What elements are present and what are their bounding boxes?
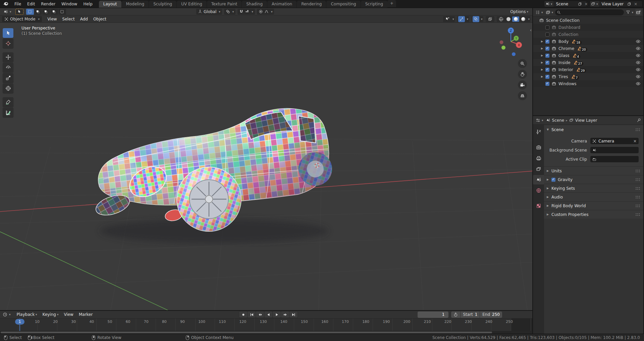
collection-checkbox[interactable] <box>545 82 549 86</box>
timeline-scrollbar[interactable] <box>0 331 532 334</box>
prev-keyframe-button[interactable] <box>256 311 264 318</box>
menubar-item[interactable]: Window <box>58 0 80 8</box>
cursor-tool[interactable] <box>3 39 13 48</box>
breadcrumb-scene[interactable]: Scene <box>552 118 565 123</box>
outliner-row[interactable]: ▶ Chrome 20 <box>533 45 643 52</box>
record-button[interactable] <box>239 311 247 318</box>
timeline-menu-item[interactable]: Marker▾ <box>76 312 95 317</box>
camera-view-button[interactable] <box>518 80 527 90</box>
collection-checkbox[interactable] <box>545 47 549 51</box>
collection-checkbox[interactable] <box>545 54 549 58</box>
gizmos-toggle[interactable]: ▾ <box>457 16 469 22</box>
next-keyframe-button[interactable] <box>281 311 289 318</box>
gizmo-negz-ball[interactable] <box>512 52 516 56</box>
hide-in-viewport-toggle[interactable] <box>636 60 641 65</box>
snapping-toggle[interactable]: ▾ <box>237 9 255 15</box>
hide-in-viewport-toggle[interactable] <box>636 67 641 72</box>
expand-arrow-icon[interactable]: ▶ <box>541 68 545 71</box>
properties-section-header[interactable]: ▶ Rigid Body World <box>544 201 643 210</box>
timeline-menu-item[interactable]: Keying▾ <box>40 312 61 317</box>
scene-name[interactable]: Scene <box>553 2 577 6</box>
viewport-canvas[interactable]: User Perspective (1) Scene Collection Y <box>0 23 532 310</box>
workspace-tab[interactable]: UV Editing <box>177 1 207 8</box>
tab-output[interactable] <box>533 154 544 163</box>
properties-section-header[interactable]: ▶ Custom Properties <box>544 210 643 219</box>
collection-name[interactable]: Scene Collection <box>546 18 580 23</box>
collection-checkbox[interactable] <box>545 33 549 37</box>
move-tool[interactable] <box>3 52 13 62</box>
workspace-tab[interactable]: Layout <box>99 1 121 8</box>
measure-tool[interactable] <box>3 108 13 117</box>
transform-orientation-select[interactable]: Global▾ <box>196 9 222 15</box>
outliner-row[interactable]: ▶ Body 18 <box>533 38 643 45</box>
workspace-tab[interactable]: Scripting <box>361 1 387 8</box>
view-layer-browse-button[interactable]: ▾ <box>590 1 599 7</box>
tab-tool[interactable] <box>533 127 544 137</box>
collection-name[interactable]: Tires <box>558 74 568 79</box>
blender-logo-icon[interactable] <box>0 0 11 8</box>
tab-texture[interactable] <box>533 201 544 211</box>
hide-in-viewport-toggle[interactable] <box>636 46 641 51</box>
timeline-scrollbar-thumb[interactable] <box>1 332 492 333</box>
timeline-ruler[interactable]: 1020304050607080901001101201301401501601… <box>0 319 532 331</box>
menubar-item[interactable]: Render <box>38 0 58 8</box>
scene-browse-button[interactable]: ▾ <box>544 1 553 7</box>
shading-rendered-button[interactable] <box>520 16 527 22</box>
outliner-row[interactable]: ▶ Windows <box>533 80 643 87</box>
select-mode-intersect-button[interactable] <box>58 9 66 15</box>
scale-tool[interactable] <box>3 73 13 83</box>
play-reverse-button[interactable] <box>264 311 272 318</box>
collection-name[interactable]: Interior <box>558 67 573 72</box>
collection-name[interactable]: Windows <box>558 81 577 86</box>
outliner-row[interactable]: ▶ Collection <box>533 31 643 38</box>
collection-name[interactable]: Collection <box>558 32 578 37</box>
xray-toggle[interactable] <box>486 16 494 22</box>
end-frame-field[interactable]: End250 <box>480 311 502 318</box>
outliner-row[interactable]: ▶ Tires 7 <box>533 73 643 80</box>
workspace-tab[interactable]: Rendering <box>297 1 326 8</box>
outliner-filter-button[interactable]: ▾ <box>625 10 634 14</box>
collection-name[interactable]: Dashboard <box>558 25 580 30</box>
viewport-menu-item[interactable]: Add <box>77 17 91 21</box>
clear-camera-icon[interactable]: × <box>633 139 637 144</box>
new-collection-button[interactable] <box>635 9 642 15</box>
outliner-row[interactable]: ▶ Scene Collection <box>533 17 643 24</box>
properties-section-header[interactable]: ▶ Audio <box>544 192 643 201</box>
playhead-frame-badge[interactable]: 1 <box>15 319 24 325</box>
outliner-editor-type-button[interactable]: ▾ <box>545 10 554 15</box>
drag-grip-icon[interactable] <box>635 213 641 216</box>
timeline-editor-type-button[interactable]: ▾ <box>3 312 11 317</box>
pan-button[interactable] <box>518 70 527 79</box>
timeline-menu-item[interactable]: View▾ <box>61 312 76 317</box>
jump-to-start-button[interactable] <box>248 311 256 318</box>
active-tool-preview[interactable] <box>15 9 23 15</box>
scene-panel-header[interactable]: ▼ Scene <box>544 125 643 134</box>
outliner-row[interactable]: ▶ Interior 29 <box>533 66 643 73</box>
workspace-tab[interactable]: Shading <box>242 1 267 8</box>
drag-grip-icon[interactable] <box>635 204 641 208</box>
select-box-tool[interactable] <box>3 28 13 38</box>
properties-section-header[interactable]: ▶ Gravity <box>544 175 643 184</box>
tab-world[interactable] <box>533 186 544 195</box>
hide-in-viewport-toggle[interactable] <box>636 74 641 79</box>
zoom-button[interactable] <box>518 59 527 68</box>
timeline-menu-item[interactable]: Playback▾ <box>14 312 40 317</box>
play-button[interactable] <box>273 311 281 318</box>
drag-grip-icon[interactable] <box>635 195 641 199</box>
add-workspace-button[interactable]: + <box>387 0 396 7</box>
menubar-item[interactable]: Edit <box>24 0 38 8</box>
scene-new-button[interactable] <box>577 2 583 6</box>
shading-material-button[interactable] <box>512 16 519 22</box>
view-layer-remove-button[interactable]: × <box>632 2 639 6</box>
select-mode-invert-button[interactable] <box>50 9 58 15</box>
rotate-tool[interactable] <box>3 63 13 72</box>
outliner-display-mode-button[interactable]: ▾ <box>535 10 544 15</box>
sidebar-collapse-icon[interactable]: ‹ <box>530 27 532 33</box>
workspace-tab[interactable]: Animation <box>267 1 297 8</box>
active-clip-field[interactable] <box>590 156 639 162</box>
transform-tool[interactable] <box>3 83 13 93</box>
collection-name[interactable]: Chrome <box>558 46 574 51</box>
start-frame-field[interactable]: Start1 <box>461 311 480 318</box>
properties-section-header[interactable]: ▶ Keying Sets <box>544 184 643 192</box>
workspace-tab[interactable]: Sculpting <box>149 1 176 8</box>
